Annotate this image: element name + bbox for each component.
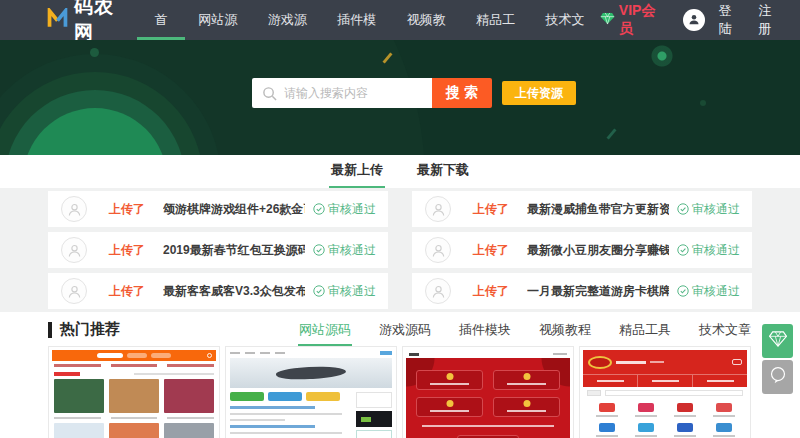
upload-item[interactable]: 上传了 最新微小豆朋友圈分享赚钱系统源码+分销功能+安... 审核通过 — [412, 232, 752, 268]
recommend-card-resource-site[interactable] — [579, 346, 751, 438]
search-input[interactable] — [252, 78, 432, 108]
rec-tab-tech-article[interactable]: 技术文章 — [698, 320, 752, 346]
recommend-category-tabs: 网站源码 游戏源码 插件模块 视频教程 精品工具 技术文章 — [298, 320, 752, 346]
rec-tab-premium-tools[interactable]: 精品工具 — [618, 320, 672, 346]
register-link[interactable]: 注册 — [758, 2, 784, 38]
nav-item-game-source[interactable]: 游戏源码 — [253, 0, 322, 40]
floating-button-stack — [762, 324, 793, 394]
vip-label: VIP会员 — [619, 2, 669, 38]
uploader-avatar[interactable] — [425, 196, 451, 222]
uploader-avatar[interactable] — [61, 278, 87, 304]
audit-status: 审核通过 — [313, 201, 376, 218]
recommend-card-red-packet[interactable] — [402, 346, 574, 438]
audit-status-label: 审核通过 — [692, 242, 740, 259]
upload-item[interactable]: 上传了 最新客客威客V3.3众包发布接单任务平台源码运营... 审核通过 — [48, 273, 388, 309]
check-circle-icon — [313, 244, 325, 256]
feed-tab-bar: 最新上传 最新下载 — [0, 155, 800, 188]
uploader-avatar[interactable] — [425, 278, 451, 304]
audit-status-label: 审核通过 — [328, 201, 376, 218]
recommend-card-comic-site[interactable] — [48, 346, 220, 438]
nav-item-tech-article[interactable]: 技术文章 — [530, 0, 599, 40]
section-title: 热门推荐 — [48, 320, 120, 339]
upload-action-label: 上传了 — [109, 283, 145, 300]
upload-item-title[interactable]: 2019最新春节红包互换源码防封抗投诉运营版[免... — [163, 242, 305, 259]
tab-latest-download[interactable]: 最新下载 — [415, 155, 471, 188]
user-avatar-button[interactable] — [683, 9, 705, 31]
upload-action-label: 上传了 — [109, 242, 145, 259]
user-icon — [688, 11, 700, 29]
nav-item-plugin-module[interactable]: 插件模块 — [322, 0, 391, 40]
audit-status-label: 审核通过 — [692, 201, 740, 218]
uploader-avatar[interactable] — [425, 237, 451, 263]
header-right-cluster: VIP会员 登陆 注册 — [600, 2, 800, 38]
rec-tab-website-source[interactable]: 网站源码 — [298, 320, 352, 346]
recommend-card-blog-site[interactable] — [225, 346, 397, 438]
red-packet-thumbnail-image — [403, 347, 573, 438]
audit-status: 审核通过 — [313, 283, 376, 300]
hero-decor-dot — [90, 48, 99, 57]
upload-action-label: 上传了 — [473, 201, 509, 218]
check-circle-icon — [677, 203, 689, 215]
audit-status: 审核通过 — [677, 201, 740, 218]
comic-site-thumbnail-image — [49, 347, 219, 438]
hero-banner: 搜索 上传资源 — [0, 40, 800, 155]
check-circle-icon — [677, 285, 689, 297]
rec-tab-plugin-module[interactable]: 插件模块 — [458, 320, 512, 346]
hero-decor-slash — [606, 128, 616, 139]
upload-action-label: 上传了 — [109, 201, 145, 218]
nav-item-video-tutorial[interactable]: 视频教程 — [391, 0, 460, 40]
audit-status: 审核通过 — [677, 242, 740, 259]
hero-decor-glow-dot — [648, 42, 676, 70]
upload-item-title[interactable]: 颂游棋牌游戏组件+26款金币游戏+12款房卡游戏 — [163, 201, 305, 218]
upload-item[interactable]: 上传了 一月最新完整道游房卡棋牌H5牛牛源码运营版+视... 审核通过 — [412, 273, 752, 309]
float-service-button[interactable] — [762, 360, 793, 394]
float-vip-button[interactable] — [762, 324, 793, 358]
chat-bubble-icon — [769, 366, 787, 388]
vip-diamond-icon — [600, 12, 615, 28]
hero-decor-dot — [700, 100, 706, 106]
audit-status: 审核通过 — [677, 283, 740, 300]
rec-tab-game-source[interactable]: 游戏源码 — [378, 320, 432, 346]
audit-status: 审核通过 — [313, 242, 376, 259]
nav-item-home[interactable]: 首页 — [139, 0, 183, 40]
diamond-icon — [769, 331, 787, 351]
check-circle-icon — [313, 285, 325, 297]
search-area: 搜索 上传资源 — [252, 78, 576, 108]
upload-item-title[interactable]: 最新漫威捕鱼带官方更新资源及全民代理系统完整... — [527, 201, 669, 218]
tab-latest-upload[interactable]: 最新上传 — [329, 155, 385, 188]
audit-status-label: 审核通过 — [692, 283, 740, 300]
upload-item[interactable]: 上传了 颂游棋牌游戏组件+26款金币游戏+12款房卡游戏 审核通过 — [48, 191, 388, 227]
nav-item-premium-tools[interactable]: 精品工具 — [461, 0, 530, 40]
uploader-avatar[interactable] — [61, 237, 87, 263]
upload-item-title[interactable]: 最新客客威客V3.3众包发布接单任务平台源码运营... — [163, 283, 305, 300]
hot-recommend-header: 热门推荐 网站源码 游戏源码 插件模块 视频教程 精品工具 技术文章 — [0, 312, 800, 342]
nav-item-website-source[interactable]: 网站源码 — [183, 0, 252, 40]
uploader-avatar[interactable] — [61, 196, 87, 222]
vip-member-link[interactable]: VIP会员 — [600, 2, 669, 38]
upload-item-title[interactable]: 最新微小豆朋友圈分享赚钱系统源码+分销功能+安... — [527, 242, 669, 259]
audit-status-label: 审核通过 — [328, 283, 376, 300]
check-circle-icon — [677, 244, 689, 256]
title-bar-decor — [48, 322, 52, 338]
resource-site-thumbnail-image — [580, 347, 750, 438]
section-title-text: 热门推荐 — [60, 320, 120, 339]
upload-action-label: 上传了 — [473, 283, 509, 300]
search-button[interactable]: 搜索 — [432, 78, 492, 108]
check-circle-icon — [313, 203, 325, 215]
login-link[interactable]: 登陆 — [719, 2, 745, 38]
upload-list: 上传了 颂游棋牌游戏组件+26款金币游戏+12款房卡游戏 审核通过 上传了 20… — [48, 191, 752, 309]
search-box: 搜索 — [252, 78, 492, 108]
audit-status-label: 审核通过 — [328, 242, 376, 259]
upload-action-label: 上传了 — [473, 242, 509, 259]
logo-m-icon — [46, 8, 69, 32]
blog-site-thumbnail-image — [226, 347, 396, 438]
upload-item[interactable]: 上传了 最新漫威捕鱼带官方更新资源及全民代理系统完整... 审核通过 — [412, 191, 752, 227]
recommend-card-row — [0, 342, 800, 438]
upload-item[interactable]: 上传了 2019最新春节红包互换源码防封抗投诉运营版[免... 审核通过 — [48, 232, 388, 268]
upload-resource-button[interactable]: 上传资源 — [502, 81, 576, 105]
main-nav: 首页 网站源码 游戏源码 插件模块 视频教程 精品工具 技术文章 — [139, 0, 599, 40]
upload-item-title[interactable]: 一月最新完整道游房卡棋牌H5牛牛源码运营版+视... — [527, 283, 669, 300]
rec-tab-video-tutorial[interactable]: 视频教程 — [538, 320, 592, 346]
top-header: 码农网 首页 网站源码 游戏源码 插件模块 视频教程 精品工具 技术文章 VIP… — [0, 0, 800, 40]
latest-upload-section: 上传了 颂游棋牌游戏组件+26款金币游戏+12款房卡游戏 审核通过 上传了 20… — [0, 188, 800, 312]
